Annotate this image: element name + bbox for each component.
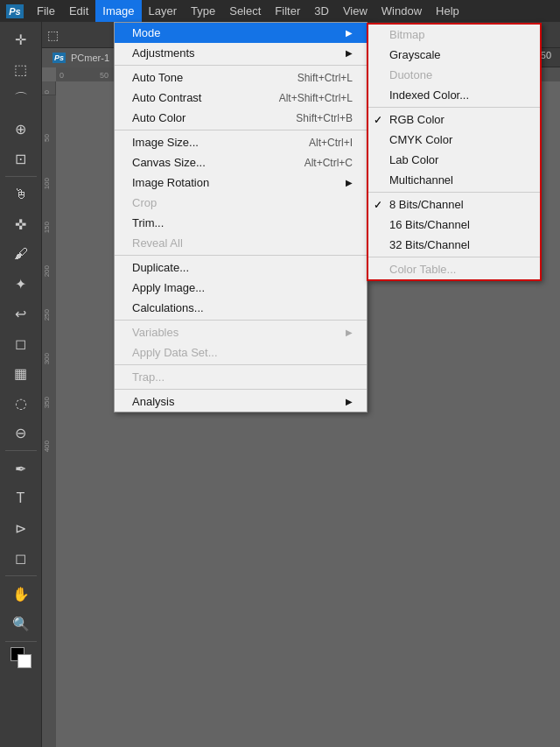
8bits-checkmark: ✓ (374, 199, 382, 211)
type-tool[interactable]: T (4, 484, 38, 512)
submenu-bitmap-label: Bitmap (389, 28, 424, 41)
menu-view[interactable]: View (336, 0, 374, 22)
blur-tool[interactable]: ◌ (4, 389, 38, 417)
mode-arrow: ▶ (346, 28, 353, 38)
menu-item-image-size[interactable]: Image Size... Alt+Ctrl+I (115, 132, 367, 152)
menu-item-apply-data-set[interactable]: Apply Data Set... (115, 342, 367, 365)
quick-select-tool[interactable]: ⊕ (4, 115, 38, 143)
toolbar-separator-3 (5, 575, 37, 576)
image-size-shortcut: Alt+Ctrl+I (309, 137, 353, 149)
lasso-tool[interactable]: ⌒ (4, 85, 38, 113)
submenu-rgb-label: RGB Color (389, 113, 444, 126)
auto-contrast-label: Auto Contrast (132, 91, 202, 104)
toolbar-separator-2 (5, 450, 37, 451)
submenu-lab-color[interactable]: Lab Color (368, 150, 540, 170)
submenu-grayscale-label: Grayscale (389, 48, 441, 61)
menu-select[interactable]: Select (222, 0, 268, 22)
menu-item-trap[interactable]: Trap... (115, 367, 367, 390)
toolbar-separator-4 (5, 641, 37, 642)
menu-item-auto-tone[interactable]: Auto Tone Shift+Ctrl+L (115, 67, 367, 88)
menu-item-mode-label: Mode (132, 26, 161, 39)
brush-tool[interactable]: 🖌 (4, 240, 38, 268)
ruler-num-50: 50 (100, 71, 108, 80)
rgb-checkmark: ✓ (374, 114, 382, 126)
crop-tool[interactable]: ⊡ (4, 144, 38, 173)
menu-item-mode[interactable]: Mode ▶ (115, 23, 367, 43)
image-menu-panel: Mode ▶ Bitmap Grayscale Duotone Indexed … (114, 22, 368, 412)
menu-item-crop[interactable]: Crop (115, 193, 367, 213)
history-brush[interactable]: ↩ (4, 300, 38, 328)
toolbar: ✛ ⬚ ⌒ ⊕ ⊡ 🖰 ✜ 🖌 ✦ ↩ ◻ ▦ ◌ ⊖ ✒ T ⊳ ◻ ✋ 🔍 (0, 22, 42, 747)
menu-item-auto-contrast[interactable]: Auto Contrast Alt+Shift+Ctrl+L (115, 88, 367, 108)
toolbar-separator-1 (5, 176, 37, 177)
menu-item-apply-image[interactable]: Apply Image... (115, 278, 367, 298)
menu-window[interactable]: Window (374, 0, 429, 22)
zoom-tool[interactable]: 🔍 (4, 610, 38, 638)
move-tool[interactable]: ✛ (4, 25, 38, 53)
menu-bar: Ps File Edit Image Layer Type Select Fil… (0, 0, 560, 22)
image-menu-dropdown: Mode ▶ Bitmap Grayscale Duotone Indexed … (114, 22, 368, 412)
submenu-multichannel[interactable]: Multichannel (368, 170, 540, 190)
ruler-v-num-50: 50 (43, 134, 51, 142)
ps-logo-icon: Ps (6, 4, 23, 18)
submenu-16bits[interactable]: 16 Bits/Channel (368, 215, 540, 235)
clone-tool[interactable]: ✦ (4, 270, 38, 298)
ruler-v-num-350: 350 (43, 397, 51, 408)
submenu-grayscale[interactable]: Grayscale (368, 45, 540, 65)
menu-file[interactable]: File (30, 0, 62, 22)
ruler-v-num-200: 200 (43, 265, 51, 277)
menu-item-analysis[interactable]: Analysis ▶ (115, 391, 367, 412)
marquee-tool[interactable]: ⬚ (4, 55, 38, 83)
submenu-rgb-color[interactable]: ✓ RGB Color (368, 109, 540, 130)
ruler-num-0: 0 (60, 71, 64, 80)
menu-filter[interactable]: Filter (268, 0, 307, 22)
menu-type[interactable]: Type (184, 0, 222, 22)
duplicate-label: Duplicate... (132, 261, 189, 274)
trap-label: Trap... (132, 370, 164, 384)
submenu-8bits[interactable]: ✓ 8 Bits/Channel (368, 194, 540, 215)
path-select[interactable]: ⊳ (4, 514, 38, 542)
healing-tool[interactable]: ✜ (4, 210, 38, 238)
submenu-16bits-label: 16 Bits/Channel (389, 218, 470, 231)
variables-arrow: ▶ (346, 328, 353, 337)
pen-tool[interactable]: ✒ (4, 455, 38, 483)
submenu-color-table[interactable]: Color Table... (368, 259, 540, 279)
dodge-tool[interactable]: ⊖ (4, 419, 38, 447)
shape-tool[interactable]: ◻ (4, 544, 38, 572)
submenu-sep-2 (368, 192, 540, 193)
gradient-tool[interactable]: ▦ (4, 359, 38, 387)
eraser-tool[interactable]: ◻ (4, 329, 38, 357)
eyedropper-tool[interactable]: 🖰 (4, 180, 38, 208)
submenu-cmyk-label: CMYK Color (389, 133, 452, 146)
ps-logo: Ps (4, 0, 26, 22)
ruler-vertical: 0 50 100 150 200 250 300 350 400 (42, 81, 56, 747)
menu-3d[interactable]: 3D (307, 0, 336, 22)
reveal-all-label: Reveal All (132, 236, 183, 250)
submenu-cmyk-color[interactable]: CMYK Color (368, 130, 540, 150)
submenu-8bits-label: 8 Bits/Channel (389, 198, 464, 211)
menu-edit[interactable]: Edit (62, 0, 95, 22)
menu-help[interactable]: Help (429, 0, 466, 22)
auto-color-label: Auto Color (132, 111, 186, 124)
menu-image[interactable]: Image (95, 0, 141, 22)
submenu-lab-label: Lab Color (389, 153, 438, 166)
menu-layer[interactable]: Layer (142, 0, 185, 22)
fg-bg-color[interactable] (4, 645, 38, 677)
menu-item-auto-color[interactable]: Auto Color Shift+Ctrl+B (115, 108, 367, 130)
menu-item-trim[interactable]: Trim... (115, 213, 367, 233)
submenu-sep-1 (368, 107, 540, 108)
menu-item-adjustments[interactable]: Adjustments ▶ (115, 43, 367, 66)
submenu-32bits[interactable]: 32 Bits/Channel (368, 235, 540, 255)
trim-label: Trim... (132, 216, 164, 229)
menu-item-calculations[interactable]: Calculations... (115, 298, 367, 321)
menu-item-variables[interactable]: Variables ▶ (115, 322, 367, 342)
submenu-indexed-color[interactable]: Indexed Color... (368, 85, 540, 105)
hand-tool[interactable]: ✋ (4, 580, 38, 608)
submenu-duotone[interactable]: Duotone (368, 65, 540, 85)
submenu-bitmap[interactable]: Bitmap (368, 25, 540, 45)
menu-item-canvas-size[interactable]: Canvas Size... Alt+Ctrl+C (115, 152, 367, 173)
menu-item-duplicate[interactable]: Duplicate... (115, 257, 367, 278)
menu-item-image-rotation[interactable]: Image Rotation ▶ (115, 173, 367, 193)
menu-item-reveal-all[interactable]: Reveal All (115, 233, 367, 256)
tab-ps-icon: Ps (52, 53, 66, 63)
